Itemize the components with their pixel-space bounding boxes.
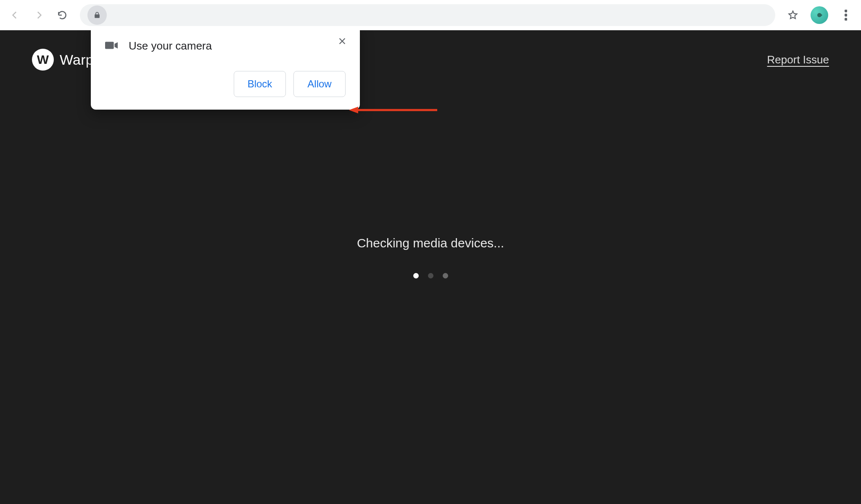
arrow-left-icon [10,10,21,21]
reload-icon [57,10,68,21]
report-issue-link[interactable]: Report Issue [767,53,829,66]
reload-button[interactable] [52,5,72,25]
status-text: Checking media devices... [0,236,861,250]
browser-toolbar [0,0,861,30]
svg-point-0 [845,10,847,12]
camera-icon [105,41,118,52]
address-bar[interactable] [80,4,775,26]
star-icon [787,10,798,21]
annotation-arrow [349,106,437,114]
browser-menu-button[interactable] [836,5,856,25]
svg-point-1 [845,14,847,16]
lock-icon [93,11,101,19]
loading-indicator [0,273,861,278]
dialog-close-button[interactable] [335,34,350,49]
permission-message: Use your camera [129,39,212,52]
svg-point-2 [845,18,847,21]
arrow-right-icon [33,10,44,21]
brand-logo: W [32,49,54,71]
allow-button[interactable]: Allow [293,71,346,97]
brand: W Warp [32,49,94,71]
profile-avatar[interactable] [811,6,828,24]
status-area: Checking media devices... [0,236,861,278]
block-button[interactable]: Block [234,71,286,97]
close-icon [338,37,347,46]
permission-dialog: Use your camera Block Allow [91,30,360,110]
loading-dot [443,273,448,278]
forward-button[interactable] [29,5,49,25]
bookmark-button[interactable] [783,5,803,25]
brand-name: Warp [60,52,94,68]
back-button[interactable] [5,5,25,25]
page-body: W Warp Report Issue Checking media devic… [0,30,861,504]
loading-dot [413,273,419,278]
loading-dot [428,273,433,278]
site-info-button[interactable] [87,5,107,25]
kebab-menu-icon [845,10,847,21]
